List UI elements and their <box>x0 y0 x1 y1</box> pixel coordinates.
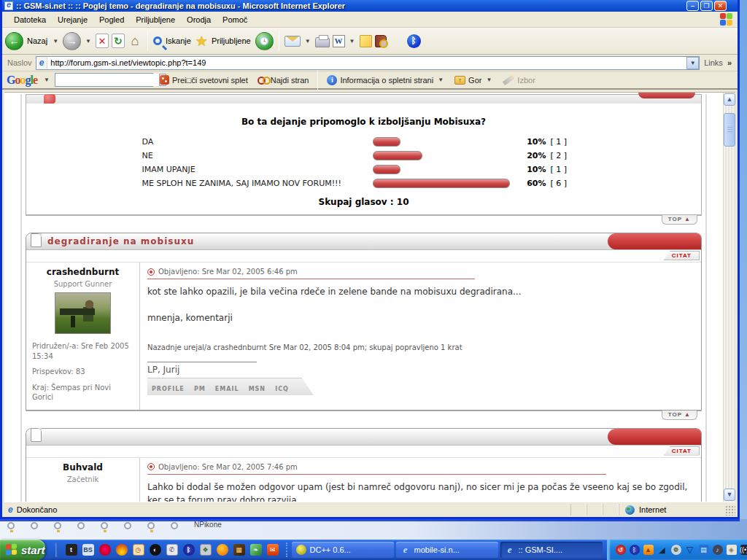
tray-audio-icon[interactable]: ♪ <box>713 545 723 555</box>
tray-antivirus-icon[interactable]: ▲ <box>643 545 654 555</box>
page-info-button[interactable]: i Informacija o spletni strani ▼ <box>324 74 448 87</box>
star-icon: ★ <box>196 33 208 50</box>
poll-box: Bo ta dejanje pripomoglo k izboljšanju M… <box>26 104 702 215</box>
tray-bluetooth-icon[interactable]: ᛒ <box>630 545 640 555</box>
tray-volume-icon[interactable]: ◢ <box>657 545 667 555</box>
media-player-icon[interactable] <box>116 544 128 556</box>
taskbar-window-mobile-si[interactable]: e mobile-si.n... <box>396 542 498 558</box>
clock-icon[interactable]: ◷ <box>133 544 144 556</box>
author-name[interactable]: Buhvald <box>32 462 133 472</box>
scrollbar-thumb[interactable] <box>724 113 735 147</box>
quote-button[interactable]: CITAT <box>664 251 700 260</box>
firefox-icon[interactable] <box>217 544 228 556</box>
daemon-tools-icon[interactable] <box>99 544 111 556</box>
search-web-button[interactable]: Prei□či svetovni splet <box>157 74 251 86</box>
author-name[interactable]: crashednburnt <box>32 267 133 277</box>
links-label[interactable]: Links <box>704 58 723 67</box>
mail-button[interactable] <box>285 36 301 47</box>
mail-client-icon[interactable]: ✉ <box>267 544 279 556</box>
home-button[interactable]: ⌂ <box>128 34 142 48</box>
refresh-button[interactable]: ↻ <box>112 34 125 48</box>
tray-settings-icon[interactable]: ☸ <box>671 545 681 555</box>
toolbar-handle[interactable] <box>55 542 58 557</box>
tray-graphics-icon[interactable]: ▽ <box>685 545 695 555</box>
address-input[interactable] <box>47 58 686 67</box>
header-rule <box>147 474 606 475</box>
quote-button[interactable]: CITAT <box>664 446 700 456</box>
research-button[interactable] <box>375 35 387 47</box>
scroll-down-icon[interactable]: ▼ <box>724 489 735 501</box>
stop-button[interactable]: ✕ <box>96 34 109 48</box>
print-button[interactable] <box>315 37 330 47</box>
google-dropdown-icon[interactable]: ▼ <box>44 77 50 83</box>
minimize-button[interactable]: – <box>686 1 699 11</box>
bluetooth-button[interactable]: ᛒ <box>407 34 421 48</box>
forward-dropdown-icon[interactable]: ▼ <box>85 38 91 44</box>
bluetooth-icon[interactable]: ᛒ <box>183 544 195 556</box>
file-manager-icon[interactable]: ▦ <box>233 544 245 556</box>
desktop-icon-dot <box>124 522 131 529</box>
email-link[interactable]: EMAIL <box>215 386 239 392</box>
close-button[interactable]: ✕ <box>714 1 727 11</box>
resize-grip[interactable] <box>725 505 735 516</box>
top-link[interactable]: TOP ▲ <box>662 215 697 225</box>
tray-wireless-icon[interactable]: ((•)) <box>740 545 747 555</box>
info-icon: i <box>327 75 337 85</box>
up-button[interactable]: ↑ Gor ▼ <box>452 74 496 86</box>
address-dropdown-icon[interactable]: ▼ <box>686 57 699 69</box>
poll-percent: 20% <box>516 151 551 160</box>
google-logo[interactable]: Google <box>5 74 39 87</box>
search-button[interactable]: Iskanje <box>153 36 193 45</box>
menu-help[interactable]: Pomoč <box>217 13 253 26</box>
menu-view[interactable]: Pogled <box>93 13 130 26</box>
google-search-input[interactable] <box>55 74 159 86</box>
zone-label: Internet <box>639 505 666 514</box>
edit-dropdown-icon[interactable]: ▼ <box>349 38 355 44</box>
back-button[interactable]: ← Nazaj ▼ <box>5 32 60 50</box>
notes-button[interactable] <box>360 35 372 47</box>
icq-link[interactable]: ICQ <box>275 386 289 392</box>
menu-tools[interactable]: Orodja <box>181 13 217 26</box>
moon-player-icon[interactable]: ◐ <box>150 544 161 556</box>
msn-link[interactable]: MSN <box>249 386 266 392</box>
taskbar-window-dcpp[interactable]: DC++ 0.6... <box>292 542 394 558</box>
menu-file[interactable]: Datoteka <box>8 13 52 26</box>
phone-sync-icon[interactable]: ✆ <box>166 544 178 556</box>
tool-icon[interactable]: t <box>66 544 77 556</box>
favorites-button[interactable]: ★ Priljubljene <box>196 33 252 50</box>
red-swoosh <box>608 429 701 445</box>
windows-flag-icon <box>6 543 18 556</box>
post-1-title[interactable]: degradiranje na mobisuxu <box>47 236 194 246</box>
bsplayer-icon[interactable]: BS <box>82 544 94 556</box>
taskbar-window-gsm-si[interactable]: e :: GSM-SI.... <box>500 542 603 558</box>
history-button[interactable]: 🕓 <box>255 32 274 50</box>
scroll-up-icon[interactable]: ▲ <box>724 93 735 106</box>
mail-dropdown-icon[interactable]: ▼ <box>305 38 311 44</box>
highlight-button[interactable]: Izbor <box>500 74 538 86</box>
author-joined: Pridružen/-a: Sre Feb 2005 15:34 <box>32 341 133 361</box>
pm-link[interactable]: PM <box>194 386 206 392</box>
maximize-button[interactable]: ❐ <box>700 1 713 11</box>
vertical-scrollbar[interactable]: ▲ ▼ <box>723 93 735 502</box>
green-app-icon[interactable]: ❧ <box>250 544 262 556</box>
top-link[interactable]: TOP ▲ <box>662 411 697 420</box>
tray-sync-icon[interactable]: ↺ <box>616 545 626 555</box>
status-pane <box>587 504 603 516</box>
settings-icon[interactable]: ❖ <box>200 544 212 556</box>
profile-link[interactable]: PROFILE <box>152 386 185 392</box>
menu-favorites[interactable]: Priljubljene <box>130 13 181 26</box>
back-dropdown-icon[interactable]: ▼ <box>53 38 58 44</box>
tray-messenger-icon[interactable]: ◈ <box>727 545 737 555</box>
posting-icon <box>44 94 55 104</box>
start-button[interactable]: start <box>0 540 45 560</box>
desktop-icon-dot <box>31 522 38 529</box>
menu-edit[interactable]: Urejanje <box>52 13 93 26</box>
tray-network-icon[interactable]: ▤ <box>699 545 709 555</box>
author-rank: Začetnik <box>32 475 133 483</box>
links-chevron-icon[interactable]: » <box>727 58 732 67</box>
page-icon <box>31 233 42 247</box>
minipost-icon <box>147 463 155 470</box>
forward-button[interactable]: → <box>63 32 81 50</box>
find-page-button[interactable]: Najdi stran <box>255 74 312 86</box>
edit-with-word-button[interactable]: W <box>333 35 345 47</box>
